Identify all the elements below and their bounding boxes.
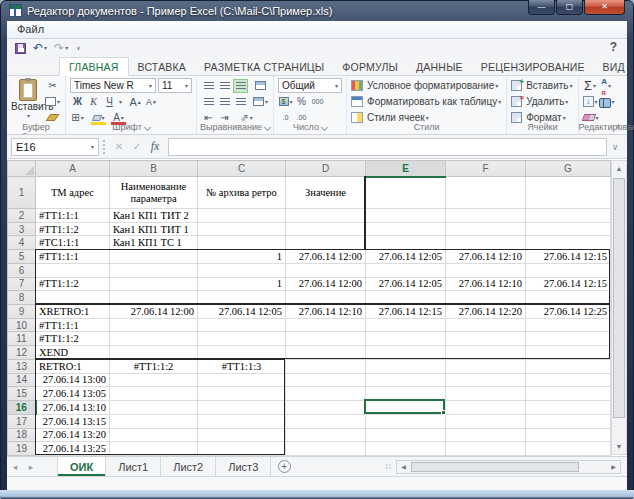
cell-A11[interactable]: #ТТ1:1:2 [36, 332, 110, 346]
cell-G18[interactable] [526, 428, 611, 442]
font-name-combo[interactable]: Times New R▾ [70, 78, 156, 93]
maximize-button[interactable]: ▢ [556, 0, 583, 15]
cell-F11[interactable] [446, 332, 526, 346]
cell-C2[interactable] [198, 209, 286, 223]
row-header-19[interactable]: 19 [8, 442, 36, 456]
ribbon-tab-вид[interactable]: ВИД [594, 58, 634, 75]
cell-E16[interactable] [366, 401, 446, 415]
cell-B2[interactable]: Кан1 КП1 ТИТ 2 [110, 209, 198, 223]
cell-C7[interactable]: 1 [198, 277, 286, 291]
cell-D10[interactable] [286, 318, 366, 332]
cell-G19[interactable] [526, 442, 611, 456]
cell-B6[interactable] [110, 263, 198, 277]
row-header-2[interactable]: 2 [8, 209, 36, 223]
vertical-scroll-thumb[interactable] [613, 178, 625, 418]
cell-E4[interactable] [366, 236, 446, 250]
cell-B10[interactable] [110, 318, 198, 332]
cell-G17[interactable] [526, 414, 611, 428]
cell-C14[interactable] [198, 373, 286, 387]
scroll-down-button[interactable]: ▼ [612, 439, 626, 454]
redo-button[interactable]: ↷▾ [54, 40, 68, 56]
cell-B4[interactable]: Кан1 КП1 ТС 1 [110, 236, 198, 250]
cell-F7[interactable]: 27.06.14 12:10 [446, 277, 526, 291]
cell-D14[interactable] [286, 373, 366, 387]
align-top-button[interactable] [201, 79, 216, 93]
ribbon-tab-формулы[interactable]: ФОРМУЛЫ [333, 58, 407, 75]
cell-C9[interactable]: 27.06.14 12:05 [198, 305, 286, 319]
cell-F15[interactable] [446, 387, 526, 401]
cell-G3[interactable] [526, 222, 611, 236]
cell-D18[interactable] [286, 428, 366, 442]
column-header-G[interactable]: G [526, 161, 611, 177]
row-header-11[interactable]: 11 [8, 332, 36, 346]
row-header-3[interactable]: 3 [8, 222, 36, 236]
cell-E10[interactable] [366, 318, 446, 332]
horizontal-scroll-thumb[interactable] [411, 462, 579, 472]
sheet-tab-лист2[interactable]: Лист2 [161, 457, 216, 476]
ribbon-tab-разметка-страницы[interactable]: РАЗМЕТКА СТРАНИЦЫ [195, 58, 333, 75]
cell-F18[interactable] [446, 428, 526, 442]
row-header-15[interactable]: 15 [8, 387, 36, 401]
cell-B14[interactable] [110, 373, 198, 387]
row-header-13[interactable]: 13 [8, 359, 36, 373]
help-button[interactable]: ? [610, 40, 617, 54]
cell-A6[interactable] [36, 263, 110, 277]
cell-B16[interactable] [110, 401, 198, 415]
row-header-5[interactable]: 5 [8, 250, 36, 264]
cell-F6[interactable] [446, 263, 526, 277]
percent-button[interactable]: % [294, 95, 309, 109]
cell-E8[interactable] [366, 291, 446, 305]
cell-C18[interactable] [198, 428, 286, 442]
cell-D8[interactable] [286, 291, 366, 305]
chevron-down-icon[interactable]: ▾ [119, 98, 122, 105]
decrease-font-button[interactable]: А▼ [144, 95, 159, 109]
chevron-down-icon[interactable]: ▾ [44, 40, 47, 56]
cell-F17[interactable] [446, 414, 526, 428]
column-header-D[interactable]: D [286, 161, 366, 177]
paste-button[interactable]: Вставить ▾ [11, 78, 45, 126]
cell-G6[interactable] [526, 263, 611, 277]
cell-A4[interactable]: #ТС1:1:1 [36, 236, 110, 250]
cell-B12[interactable] [110, 346, 198, 360]
collapse-ribbon-button[interactable]: ∧ [615, 122, 621, 131]
cell-E17[interactable] [366, 414, 446, 428]
ribbon-tab-рецензирование[interactable]: РЕЦЕНЗИРОВАНИЕ [472, 58, 594, 75]
delete-cells-button[interactable]: ×Удалить▾ [511, 95, 568, 109]
cell-G12[interactable] [526, 346, 611, 360]
cell-D7[interactable]: 27.06.14 12:00 [286, 277, 366, 291]
undo-button[interactable]: ↶▾ [33, 40, 47, 56]
ribbon-tab-данные[interactable]: ДАННЫЕ [407, 58, 472, 75]
row-header-9[interactable]: 9 [8, 305, 36, 319]
cell-B1[interactable]: Наименование параметра [110, 177, 198, 209]
cell-D16[interactable] [286, 401, 366, 415]
cell-D1[interactable]: Значение [286, 177, 366, 209]
column-header-E[interactable]: E [366, 161, 446, 177]
menu-file[interactable]: Файл [7, 21, 54, 37]
cancel-button[interactable]: ✕ [110, 141, 128, 152]
cell-C10[interactable] [198, 318, 286, 332]
row-header-7[interactable]: 7 [8, 277, 36, 291]
cell-G9[interactable]: 27.06.14 12:25 [526, 305, 611, 319]
cell-D2[interactable] [286, 209, 366, 223]
cell-F8[interactable] [446, 291, 526, 305]
ribbon-tab-вставка[interactable]: ВСТАВКА [129, 58, 195, 75]
cell-F12[interactable] [446, 346, 526, 360]
row-header-4[interactable]: 4 [8, 236, 36, 250]
cell-B3[interactable]: Кан1 КП1 ТИТ 1 [110, 222, 198, 236]
row-header-18[interactable]: 18 [8, 428, 36, 442]
sheet-nav-right-button[interactable]: ▸ [23, 457, 39, 476]
cell-A17[interactable]: 27.06.14 13:15 [36, 414, 110, 428]
format-as-table-button[interactable]: Форматировать как таблицу▾ [351, 95, 501, 109]
cell-E1[interactable] [366, 177, 446, 209]
dialog-launcher-icon[interactable] [321, 124, 328, 131]
cell-A8[interactable] [36, 291, 110, 305]
column-header-B[interactable]: B [110, 161, 198, 177]
sheet-tab-лист3[interactable]: Лист3 [216, 457, 271, 476]
cell-C8[interactable] [198, 291, 286, 305]
cell-D15[interactable] [286, 387, 366, 401]
cell-E3[interactable] [366, 222, 446, 236]
cell-F19[interactable] [446, 442, 526, 456]
cell-G10[interactable] [526, 318, 611, 332]
select-all-corner[interactable] [8, 161, 36, 177]
cell-C17[interactable] [198, 414, 286, 428]
